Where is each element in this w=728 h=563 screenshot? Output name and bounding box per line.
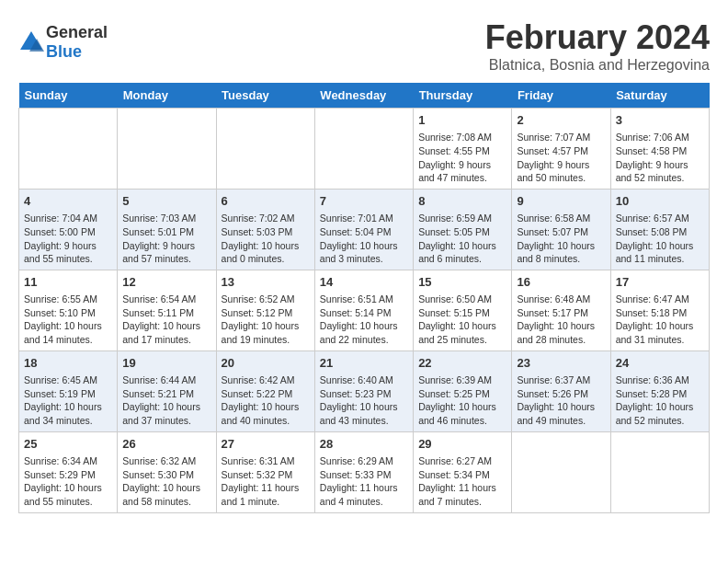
title-section: February 2024 Blatnica, Bosnia and Herze… [485,18,710,74]
cell-content: Sunset: 5:26 PM [517,387,605,401]
calendar-cell: 11Sunrise: 6:55 AMSunset: 5:10 PMDayligh… [19,270,118,350]
cell-content: and 25 minutes. [418,333,506,347]
cell-content: Sunset: 5:17 PM [517,306,605,320]
calendar-week-2: 4Sunrise: 7:04 AMSunset: 5:00 PMDaylight… [19,189,710,270]
cell-content: Daylight: 10 hours [418,239,506,253]
day-header-friday: Friday [512,83,610,109]
calendar-cell: 23Sunrise: 6:37 AMSunset: 5:26 PMDayligh… [512,350,610,431]
cell-content: Sunrise: 6:54 AM [122,293,210,306]
calendar-cell: 2Sunrise: 7:07 AMSunset: 4:57 PMDaylight… [512,109,610,190]
calendar-cell: 20Sunrise: 6:42 AMSunset: 5:22 PMDayligh… [216,350,314,431]
cell-content: Daylight: 10 hours [222,400,310,414]
cell-content: Sunrise: 6:39 AM [418,373,506,387]
cell-content: Sunset: 5:07 PM [517,225,605,239]
calendar-cell: 13Sunrise: 6:52 AMSunset: 5:12 PMDayligh… [216,270,314,350]
calendar-cell: 15Sunrise: 6:50 AMSunset: 5:15 PMDayligh… [414,270,512,350]
cell-content: and 8 minutes. [517,252,605,266]
date-number: 19 [122,355,210,372]
logo-icon [18,29,44,55]
calendar-cell: 29Sunrise: 6:27 AMSunset: 5:34 PMDayligh… [414,431,512,512]
cell-content: Daylight: 11 hours [222,481,310,495]
cell-content: Daylight: 9 hours [122,239,210,253]
cell-content: Daylight: 10 hours [517,400,605,414]
cell-content: Sunset: 5:33 PM [320,468,408,482]
date-number: 5 [122,193,210,210]
cell-content: Daylight: 10 hours [122,481,210,495]
calendar-cell: 28Sunrise: 6:29 AMSunset: 5:33 PMDayligh… [314,431,413,512]
cell-content: and 34 minutes. [24,414,112,428]
cell-content: and 57 minutes. [122,252,210,266]
cell-content: and 4 minutes. [320,495,408,509]
date-number: 25 [24,436,112,453]
cell-content: and 28 minutes. [517,333,605,347]
cell-content: and 58 minutes. [122,495,210,509]
cell-content: Daylight: 10 hours [122,319,210,333]
calendar-cell: 6Sunrise: 7:02 AMSunset: 5:03 PMDaylight… [216,189,314,270]
calendar-cell: 10Sunrise: 6:57 AMSunset: 5:08 PMDayligh… [610,189,709,270]
calendar-cell: 14Sunrise: 6:51 AMSunset: 5:14 PMDayligh… [314,270,413,350]
cell-content: Daylight: 10 hours [24,400,112,414]
calendar-cell: 3Sunrise: 7:06 AMSunset: 4:58 PMDaylight… [610,109,709,190]
cell-content: Daylight: 10 hours [616,400,704,414]
cell-content: Daylight: 10 hours [616,239,704,253]
cell-content: Sunrise: 7:08 AM [418,131,506,144]
cell-content: and 17 minutes. [122,333,210,347]
cell-content: Sunrise: 7:07 AM [517,131,605,144]
cell-content: Sunset: 5:29 PM [24,468,112,482]
date-number: 22 [418,355,506,372]
date-number: 16 [517,274,605,291]
cell-content: Daylight: 10 hours [222,239,310,253]
cell-content: Sunrise: 6:36 AM [616,373,704,387]
logo-general: General [46,23,108,41]
cell-content: Sunrise: 6:31 AM [222,454,310,468]
cell-content: Sunrise: 7:04 AM [24,212,112,225]
cell-content: Daylight: 10 hours [320,400,408,414]
date-number: 14 [320,274,408,291]
calendar-table: SundayMondayTuesdayWednesdayThursdayFrid… [18,83,710,513]
cell-content: Sunrise: 7:02 AM [222,212,310,225]
cell-content: Sunrise: 6:55 AM [24,293,112,306]
date-number: 9 [517,193,605,210]
calendar-cell: 7Sunrise: 7:01 AMSunset: 5:04 PMDaylight… [314,189,413,270]
cell-content: Sunset: 5:19 PM [24,387,112,401]
cell-content: Sunrise: 6:48 AM [517,293,605,306]
date-number: 15 [418,274,506,291]
cell-content: and 11 minutes. [616,252,704,266]
cell-content: Sunset: 5:03 PM [222,225,310,239]
day-header-wednesday: Wednesday [314,83,413,109]
cell-content: Daylight: 10 hours [517,319,605,333]
cell-content: Sunrise: 6:50 AM [418,293,506,306]
calendar-cell [314,109,413,190]
date-number: 10 [616,193,704,210]
day-header-monday: Monday [118,83,216,109]
cell-content: Daylight: 10 hours [320,239,408,253]
cell-content: Sunrise: 6:37 AM [517,373,605,387]
date-number: 2 [517,112,605,129]
calendar-cell: 5Sunrise: 7:03 AMSunset: 5:01 PMDaylight… [118,189,216,270]
cell-content: Daylight: 9 hours [24,239,112,253]
date-number: 27 [222,436,310,453]
cell-content: Daylight: 10 hours [616,319,704,333]
cell-content: Sunrise: 7:01 AM [320,212,408,225]
cell-content: Sunset: 5:18 PM [616,306,704,320]
cell-content: Sunrise: 6:32 AM [122,454,210,468]
cell-content: Sunset: 5:01 PM [122,225,210,239]
calendar-cell: 9Sunrise: 6:58 AMSunset: 5:07 PMDaylight… [512,189,610,270]
date-number: 28 [320,436,408,453]
calendar-cell: 1Sunrise: 7:08 AMSunset: 4:55 PMDaylight… [414,109,512,190]
header-row: SundayMondayTuesdayWednesdayThursdayFrid… [19,83,710,109]
cell-content: Sunset: 5:15 PM [418,306,506,320]
cell-content: Sunrise: 6:29 AM [320,454,408,468]
cell-content: Sunrise: 7:03 AM [122,212,210,225]
cell-content: and 0 minutes. [222,252,310,266]
cell-content: Sunset: 5:22 PM [222,387,310,401]
calendar-week-5: 25Sunrise: 6:34 AMSunset: 5:29 PMDayligh… [19,431,710,512]
cell-content: Daylight: 11 hours [320,481,408,495]
cell-content: Sunset: 5:12 PM [222,306,310,320]
calendar-cell: 25Sunrise: 6:34 AMSunset: 5:29 PMDayligh… [19,431,118,512]
cell-content: and 52 minutes. [616,171,704,185]
cell-content: Sunrise: 6:59 AM [418,212,506,225]
date-number: 26 [122,436,210,453]
cell-content: and 3 minutes. [320,252,408,266]
cell-content: Sunset: 4:58 PM [616,144,704,158]
